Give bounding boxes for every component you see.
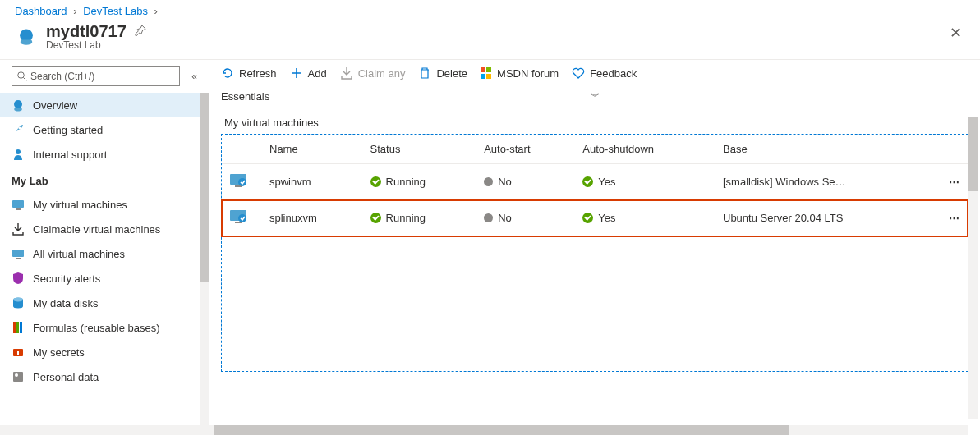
rocket-icon	[12, 123, 25, 136]
pin-icon[interactable]	[135, 25, 146, 39]
download-icon	[340, 66, 353, 80]
column-header[interactable]: Base	[716, 135, 942, 164]
column-header[interactable]: Name	[263, 135, 364, 164]
sidebar-item-personal-data[interactable]: Personal data	[0, 364, 209, 389]
vm-table: Name Status Auto-start Auto-shutdown Bas…	[222, 135, 968, 236]
vm-base: Ubuntu Server 20.04 LTS	[716, 200, 942, 236]
toolbar-label: MSDN forum	[497, 67, 559, 80]
svg-point-1	[18, 72, 25, 79]
close-icon[interactable]: ✕	[950, 24, 962, 42]
column-header[interactable]: Auto-start	[477, 135, 576, 164]
page-subtitle: DevTest Lab	[46, 39, 146, 51]
vm-icon	[228, 171, 248, 190]
vm-status: Running	[386, 212, 426, 224]
toolbar-label: Claim any	[358, 67, 406, 80]
sidebar-item-label: My virtual machines	[33, 199, 127, 211]
svg-point-21	[238, 178, 246, 186]
svg-point-4	[19, 127, 21, 130]
vm-status: Running	[386, 176, 426, 188]
sidebar-item-data-disks[interactable]: My data disks	[0, 291, 209, 315]
devtest-lab-icon	[15, 25, 38, 48]
trash-icon	[418, 66, 431, 80]
sidebar-item-security-alerts[interactable]: Security alerts	[0, 266, 209, 291]
svg-rect-16	[17, 351, 19, 355]
sidebar-item-label: Overview	[33, 99, 77, 112]
download-icon	[12, 222, 25, 236]
svg-rect-9	[16, 258, 21, 259]
sidebar-section-my-lab: My Lab	[0, 167, 209, 192]
svg-rect-14	[20, 322, 22, 333]
status-yes-icon	[582, 213, 593, 223]
sidebar-item-all-vms[interactable]: All virtual machines	[0, 241, 209, 266]
table-row[interactable]: spwinvm Running No Yes [smalldisk] Windo…	[222, 164, 968, 200]
scrollbar-thumb[interactable]	[200, 93, 209, 282]
plus-icon	[290, 66, 303, 80]
sidebar-item-formulas[interactable]: Formulas (reusable bases)	[0, 315, 209, 340]
sidebar-item-label: Claimable virtual machines	[33, 223, 160, 236]
feedback-button[interactable]: Feedback	[572, 66, 637, 80]
svg-point-3	[14, 100, 22, 108]
msdn-forum-button[interactable]: MSDN forum	[481, 67, 559, 80]
row-actions-button[interactable]: ⋯	[942, 200, 968, 236]
chevron-right-icon: ›	[154, 5, 158, 17]
status-running-icon	[370, 213, 381, 223]
column-header[interactable]: Auto-shutdown	[576, 135, 716, 164]
svg-point-24	[238, 214, 246, 222]
refresh-button[interactable]: Refresh	[221, 66, 277, 80]
secret-icon	[12, 346, 25, 359]
svg-point-18	[15, 373, 18, 377]
formula-icon	[12, 321, 25, 334]
row-actions-button[interactable]: ⋯	[942, 164, 968, 200]
toolbar: Refresh Add Claim any Delete MSDN forum	[209, 60, 980, 85]
scrollbar-thumb[interactable]	[968, 117, 978, 191]
vm-icon	[12, 198, 25, 211]
disk-icon	[12, 296, 25, 309]
table-row[interactable]: splinuxvm Running No Yes Ubuntu Server 2…	[222, 200, 968, 236]
chevron-right-icon: ›	[73, 5, 76, 17]
shield-icon	[12, 272, 25, 285]
toolbar-label: Delete	[436, 67, 467, 80]
svg-rect-7	[16, 208, 21, 210]
sidebar-item-secrets[interactable]: My secrets	[0, 340, 209, 364]
sidebar-item-label: My secrets	[33, 346, 85, 359]
vm-base: [smalldisk] Windows Se…	[716, 164, 942, 200]
heart-icon	[572, 66, 585, 80]
sidebar-item-label: My data disks	[33, 297, 98, 309]
search-icon	[17, 71, 27, 81]
add-button[interactable]: Add	[290, 66, 327, 80]
essentials-label: Essentials	[221, 90, 269, 103]
sidebar-item-label: All virtual machines	[33, 248, 125, 260]
section-title: My virtual machines	[221, 117, 968, 129]
status-running-icon	[370, 176, 381, 187]
vm-autostart: No	[498, 212, 512, 224]
search-placeholder: Search (Ctrl+/)	[30, 71, 94, 82]
essentials-bar[interactable]: Essentials ︾	[209, 85, 980, 108]
column-header[interactable]: Status	[364, 135, 478, 164]
vm-autoshutdown: Yes	[598, 176, 615, 188]
delete-button[interactable]: Delete	[418, 66, 467, 80]
sidebar-item-overview[interactable]: Overview	[0, 93, 209, 117]
main-content: Refresh Add Claim any Delete MSDN forum	[209, 60, 980, 435]
sidebar-item-label: Security alerts	[33, 272, 100, 285]
svg-point-5	[16, 149, 21, 154]
collapse-sidebar-icon[interactable]: «	[186, 69, 202, 84]
sidebar-item-claimable-vms[interactable]: Claimable virtual machines	[0, 217, 209, 241]
breadcrumb: Dashboard › DevTest Labs ›	[0, 0, 980, 19]
toolbar-label: Add	[308, 67, 327, 80]
refresh-icon	[221, 66, 234, 80]
sidebar-item-internal-support[interactable]: Internal support	[0, 142, 209, 167]
claim-any-button: Claim any	[340, 66, 406, 80]
sidebar-item-getting-started[interactable]: Getting started	[0, 117, 209, 142]
sidebar-item-my-vms[interactable]: My virtual machines	[0, 192, 209, 217]
sidebar-item-label: Internal support	[33, 149, 107, 161]
breadcrumb-link[interactable]: Dashboard	[15, 5, 67, 17]
svg-rect-6	[12, 200, 24, 208]
svg-point-11	[13, 298, 23, 302]
sidebar-item-label: Personal data	[33, 371, 99, 383]
status-yes-icon	[582, 176, 593, 187]
breadcrumb-link[interactable]: DevTest Labs	[83, 5, 148, 17]
scrollbar-thumb[interactable]	[214, 425, 789, 435]
sidebar-item-label: Getting started	[33, 124, 103, 136]
svg-rect-17	[13, 372, 23, 382]
search-input[interactable]: Search (Ctrl+/)	[12, 66, 180, 86]
